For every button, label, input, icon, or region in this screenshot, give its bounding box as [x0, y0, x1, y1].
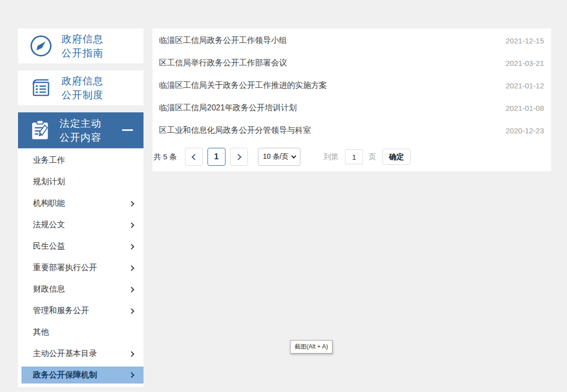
- sidebar-item-guarantee-mechanism-selected[interactable]: 政务公开保障机制: [22, 367, 144, 384]
- article-title-link[interactable]: 临淄区工信局2021年政务公开培训计划: [159, 103, 297, 113]
- menu-item-label: 管理和服务公开: [33, 306, 89, 316]
- sidebar-item-business-work[interactable]: 业务工作: [18, 150, 144, 171]
- article-row: 区工业和信息化局政务公开分管领导与科室 2020-12-23: [152, 119, 551, 142]
- article-date: 2021-12-15: [506, 36, 544, 45]
- chevron-right-icon: [235, 154, 242, 160]
- menu-item-label: 其他: [33, 327, 49, 338]
- article-title-link[interactable]: 区工信局举行政务公开工作部署会议: [159, 58, 287, 68]
- menu-item-label: 政务公开保障机制: [33, 370, 97, 381]
- total-count-label: 共 5 条: [154, 152, 177, 162]
- sidebar-item-statutory-active[interactable]: 法定主动 公开内容: [18, 112, 144, 148]
- chevron-right-icon: [128, 308, 134, 314]
- article-date: 2021-01-12: [506, 81, 544, 90]
- sidebar-item-planning[interactable]: 规划计划: [18, 171, 144, 193]
- guide-label-line1: 政府信息: [62, 33, 104, 44]
- menu-item-label: 机构职能: [33, 198, 65, 209]
- sidebar: 政府信息 公开指南 政府信息 公开制度: [18, 28, 144, 387]
- article-date: 2020-12-23: [506, 126, 544, 135]
- sidebar-item-key-deployments[interactable]: 重要部署执行公开: [18, 257, 144, 279]
- screenshot-shortcut-tooltip: 截图(Alt + A): [290, 340, 332, 354]
- next-page-button[interactable]: [230, 148, 248, 166]
- sidebar-item-management-services[interactable]: 管理和服务公开: [18, 300, 144, 322]
- article-list: 临淄区工信局政务公开工作领导小组 2021-12-15 区工信局举行政务公开工作…: [152, 28, 551, 142]
- sidebar-item-statutory-label: 法定主动 公开内容: [60, 116, 102, 144]
- chevron-right-icon: [128, 244, 134, 249]
- sidebar-item-regulations[interactable]: 法规公文: [18, 214, 144, 236]
- menu-item-label: 重要部署执行公开: [33, 263, 97, 273]
- article-row: 区工信局举行政务公开工作部署会议 2021-03-21: [152, 52, 551, 74]
- page-1-button[interactable]: 1: [208, 148, 226, 166]
- menu-item-label: 民生公益: [33, 241, 65, 252]
- chevron-down-icon: [292, 153, 296, 158]
- prev-page-button[interactable]: [185, 148, 203, 166]
- chevron-right-icon: [128, 372, 134, 378]
- sidebar-item-fiscal-info[interactable]: 财政信息: [18, 279, 144, 300]
- page-size-value: 10 条/页: [263, 152, 288, 161]
- chevron-right-icon: [128, 222, 134, 228]
- pagination: 共 5 条 1 10 条/页 到第 页 确定: [154, 148, 410, 166]
- sidebar-item-org-functions[interactable]: 机构职能: [18, 193, 144, 214]
- article-row: 临淄区工信局政务公开工作领导小组 2021-12-15: [152, 29, 551, 52]
- page-size-select[interactable]: 10 条/页: [258, 148, 300, 166]
- menu-item-label: 业务工作: [33, 155, 65, 166]
- sidebar-item-other[interactable]: 其他: [18, 322, 144, 343]
- article-title-link[interactable]: 区工业和信息化局政务公开分管领导与科室: [159, 125, 311, 136]
- guide-label-line2: 公开指南: [62, 47, 104, 58]
- menu-item-label: 主动公开基本目录: [33, 349, 97, 359]
- goto-page-prefix-label: 到第: [324, 152, 338, 162]
- chevron-right-icon: [128, 265, 134, 271]
- statutory-label-line2: 公开内容: [60, 132, 102, 143]
- confirm-button[interactable]: 确定: [382, 149, 410, 165]
- collapse-minus-icon[interactable]: [122, 129, 133, 131]
- article-list-panel: 临淄区工信局政务公开工作领导小组 2021-12-15 区工信局举行政务公开工作…: [152, 28, 551, 171]
- system-label-line1: 政府信息: [62, 75, 104, 86]
- clipboard-pencil-icon: [28, 118, 52, 143]
- sidebar-item-basic-catalog[interactable]: 主动公开基本目录: [18, 343, 144, 365]
- goto-page-suffix-label: 页: [368, 152, 376, 162]
- goto-page-input[interactable]: [345, 149, 363, 164]
- article-date: 2021-03-21: [506, 59, 544, 67]
- sidebar-item-system-label: 政府信息 公开制度: [62, 74, 104, 102]
- sidebar-submenu: 业务工作 规划计划 机构职能 法规公文 民生公益 重要部署执行公开 财政信息 管…: [18, 148, 144, 387]
- menu-item-label: 规划计划: [33, 177, 65, 187]
- statutory-label-line1: 法定主动: [60, 118, 102, 129]
- chevron-left-icon: [192, 154, 198, 160]
- article-row: 临淄区工信局2021年政务公开培训计划 2021-01-08: [152, 97, 551, 119]
- article-date: 2021-01-08: [506, 104, 544, 112]
- chevron-right-icon: [128, 351, 134, 357]
- article-title-link[interactable]: 临淄区工信局政务公开工作领导小组: [159, 35, 287, 46]
- compass-icon: [28, 33, 54, 58]
- chevron-right-icon: [128, 287, 134, 292]
- system-label-line2: 公开制度: [62, 89, 104, 100]
- sidebar-item-livelihood[interactable]: 民生公益: [18, 236, 144, 257]
- article-row: 临淄区工信局关于政务公开工作推进的实施方案 2021-01-12: [152, 74, 551, 97]
- ledger-icon: [28, 75, 54, 100]
- sidebar-item-system[interactable]: 政府信息 公开制度: [18, 70, 144, 105]
- sidebar-item-guide-label: 政府信息 公开指南: [62, 32, 104, 60]
- article-title-link[interactable]: 临淄区工信局关于政务公开工作推进的实施方案: [159, 80, 327, 91]
- sidebar-item-guide[interactable]: 政府信息 公开指南: [18, 28, 144, 63]
- chevron-right-icon: [128, 201, 134, 206]
- menu-item-label: 法规公文: [33, 220, 65, 230]
- menu-item-label: 财政信息: [33, 284, 65, 295]
